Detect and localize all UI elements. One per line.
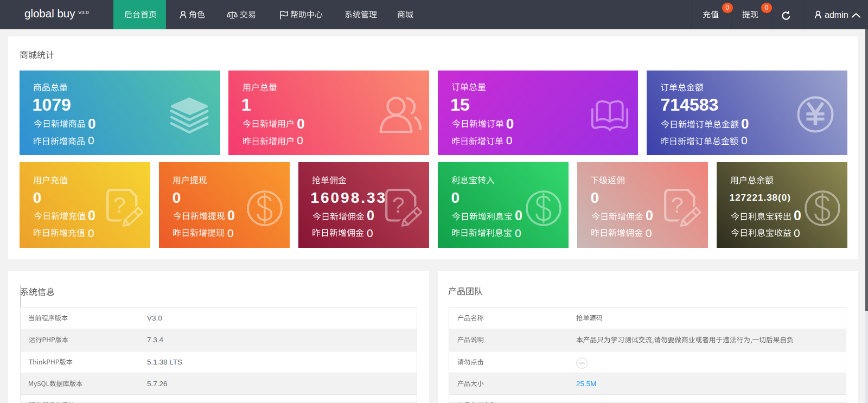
svg-text:?: ? [671, 193, 684, 218]
svg-text:404: 404 [579, 361, 585, 365]
svg-text:?: ? [113, 193, 126, 218]
svg-text:?: ? [392, 193, 405, 218]
